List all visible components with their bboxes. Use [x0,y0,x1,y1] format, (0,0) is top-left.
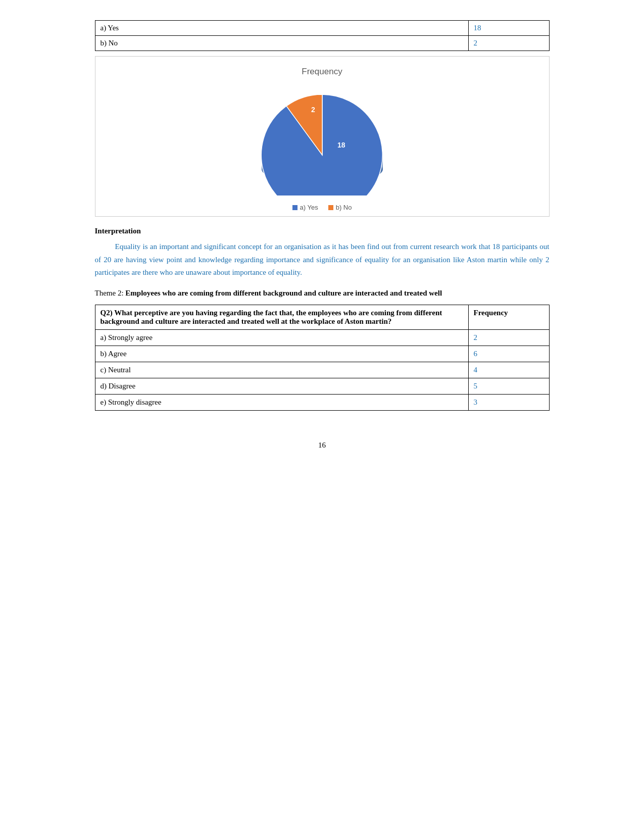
legend-item-yes: a) Yes [292,204,318,211]
legend-dot-no [328,205,333,210]
q2-row-a-label: a) Strongly agree [95,330,468,346]
q2-row-e-label: e) Strongly disagree [95,395,468,411]
q1-no-label: b) No [95,36,468,51]
table-row: a) Yes 18 [95,21,549,36]
table-row: a) Strongly agree 2 [95,330,549,346]
page-number: 16 [95,441,550,450]
q2-row-c-value: 4 [468,362,549,378]
q2-row-b-value: 6 [468,346,549,362]
pie-chart-svg: 18 2 [236,84,408,195]
legend-label-no: b) No [336,204,352,211]
legend-dot-yes [292,205,298,210]
q1-yes-label: a) Yes [95,21,468,36]
q1-no-value: 2 [468,36,549,51]
table-row: c) Neutral 4 [95,362,549,378]
q2-table: Q2) What perceptive are you having regar… [95,305,550,411]
theme2-line: Theme 2: Employees who are coming from d… [95,287,550,300]
q2-header-row: Q2) What perceptive are you having regar… [95,305,549,330]
legend-item-no: b) No [328,204,352,211]
q2-row-d-label: d) Disagree [95,378,468,395]
q2-row-a-value: 2 [468,330,549,346]
theme2-prefix: Theme 2: [95,289,126,297]
interpretation-heading: Interpretation [95,227,550,235]
theme2-title: Employees who are coming from different … [125,289,442,297]
legend-label-yes: a) Yes [300,204,318,211]
q2-question: Q2) What perceptive are you having regar… [95,305,468,330]
table-row: b) Agree 6 [95,346,549,362]
q1-table: a) Yes 18 b) No 2 [95,20,550,51]
q2-row-b-label: b) Agree [95,346,468,362]
q1-yes-value: 18 [468,21,549,36]
table-row: b) No 2 [95,36,549,51]
pie-chart: 18 2 [236,84,408,195]
interpretation-text: Equality is an important and significant… [95,240,550,279]
table-row: d) Disagree 5 [95,378,549,395]
chart-label-yes: 18 [337,141,345,149]
q2-row-d-value: 5 [468,378,549,395]
q2-row-c-label: c) Neutral [95,362,468,378]
chart-container: Frequency [95,56,550,217]
chart-legend: a) Yes b) No [292,204,352,211]
table-row: e) Strongly disagree 3 [95,395,549,411]
page: a) Yes 18 b) No 2 Frequency [95,20,550,450]
q2-row-e-value: 3 [468,395,549,411]
chart-label-no: 2 [311,106,315,114]
q2-freq-header: Frequency [468,305,549,330]
chart-title: Frequency [302,67,342,77]
